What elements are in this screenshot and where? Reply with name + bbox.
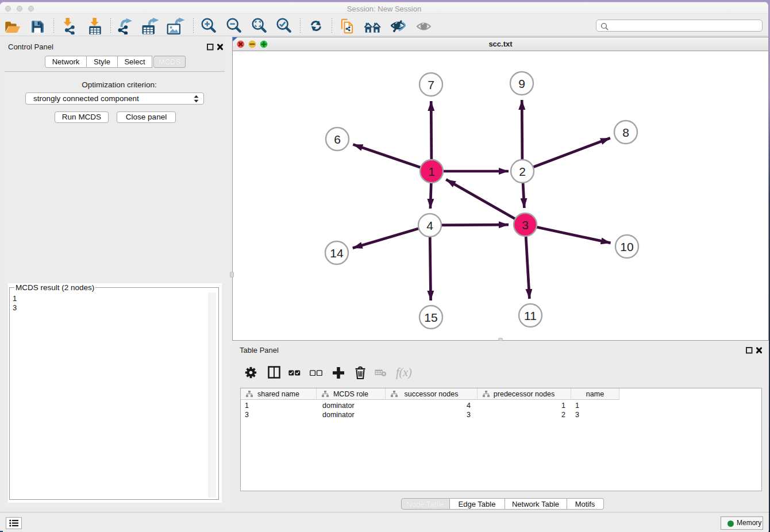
svg-text:14: 14 (330, 246, 344, 260)
svg-text:4: 4 (426, 219, 433, 232)
svg-text:8: 8 (622, 126, 629, 139)
svg-text:15: 15 (424, 311, 437, 324)
svg-text:3: 3 (522, 218, 529, 232)
svg-text:1: 1 (428, 165, 435, 178)
svg-text:7: 7 (428, 78, 434, 91)
svg-text:10: 10 (620, 240, 633, 253)
svg-text:11: 11 (524, 309, 537, 322)
svg-text:9: 9 (518, 77, 525, 90)
svg-text:6: 6 (334, 133, 341, 146)
svg-text:2: 2 (519, 165, 526, 178)
